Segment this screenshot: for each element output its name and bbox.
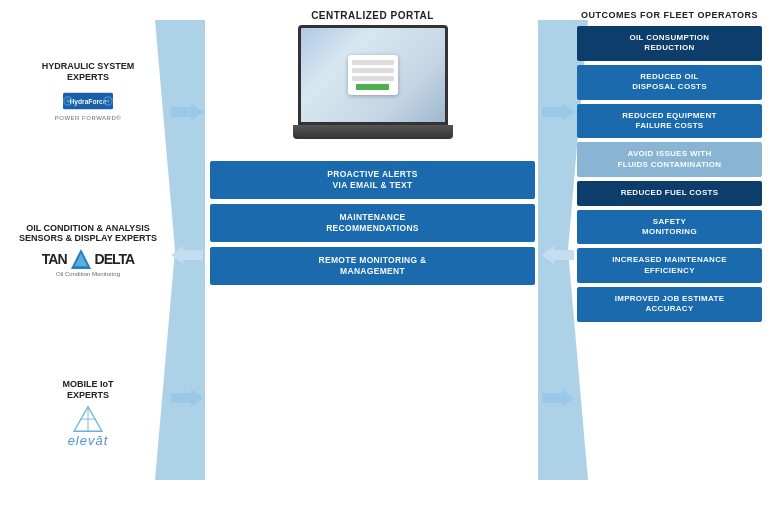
svg-point-5 — [66, 99, 69, 102]
elevat-expert-title: MOBILE IoT EXPERTS — [63, 379, 114, 401]
right-box-oil-consumption: OIL CONSUMPTIONREDUCTION — [577, 26, 762, 61]
arrow-left-mid — [171, 246, 203, 264]
tandelta-expert-section: OIL CONDITION & ANALYSIS SENSORS & DISPL… — [13, 223, 163, 278]
arrows-left-group — [168, 10, 206, 499]
hydraulic-expert-title: HYDRAULIC SYSTEM EXPERTS — [42, 61, 135, 83]
screen-form — [348, 55, 398, 95]
elevat-pyramid-icon — [70, 405, 106, 433]
laptop-display — [293, 25, 453, 155]
right-box-fuel-costs: REDUCED FUEL COSTS — [577, 181, 762, 205]
svg-marker-17 — [542, 246, 574, 264]
svg-text:HydraForce: HydraForce — [69, 97, 106, 105]
hydraforce-sub-text: POWER FORWARD® — [55, 115, 121, 121]
svg-marker-15 — [171, 389, 203, 407]
tandelta-wordmark2: DELTA — [95, 251, 135, 267]
elevat-expert-section: MOBILE IoT EXPERTS elevāt — [13, 379, 163, 448]
arrow-right-r1 — [542, 103, 574, 121]
center-column: CENTRALIZED PORTAL PROACTIVE ALERTS VIA … — [206, 10, 539, 499]
svg-marker-13 — [171, 103, 203, 121]
elevat-text: elevāt — [68, 433, 109, 448]
tandelta-logo: TAN DELTA Oil Condition Monitoring — [42, 248, 134, 277]
right-box-job-estimate: IMPROVED JOB ESTIMATEACCURACY — [577, 287, 762, 322]
tandelta-sub-text: Oil Condition Monitoring — [56, 271, 120, 277]
tandelta-expert-title: OIL CONDITION & ANALYSIS SENSORS & DISPL… — [19, 223, 157, 245]
svg-marker-18 — [542, 389, 574, 407]
arrow-right-bottom — [171, 389, 203, 407]
center-box-remote: REMOTE MONITORING & MANAGEMENT — [210, 247, 535, 285]
hydraforce-icon: HydraForce — [63, 87, 113, 115]
center-boxes-list: PROACTIVE ALERTS VIA EMAIL & TEXT MAINTE… — [210, 161, 535, 285]
center-box-proactive: PROACTIVE ALERTS VIA EMAIL & TEXT — [210, 161, 535, 199]
right-box-maintenance-efficiency: INCREASED MAINTENANCEEFFICIENCY — [577, 248, 762, 283]
main-layout: HYDRAULIC SYSTEM EXPERTS HydraForce POWE… — [0, 0, 770, 509]
arrow-right-r3 — [542, 389, 574, 407]
right-outcomes-column: OUTCOMES FOR FLEET OPERATORS OIL CONSUMP… — [577, 10, 762, 499]
right-box-equipment-failure: REDUCED EQUIPMENTFAILURE COSTS — [577, 104, 762, 139]
left-experts-column: HYDRAULIC SYSTEM EXPERTS HydraForce POWE… — [8, 10, 168, 499]
laptop-base — [293, 125, 453, 139]
form-button — [356, 84, 390, 90]
right-box-fluids-contamination: AVOID ISSUES WITHFLUIDS CONTAMINATION — [577, 142, 762, 177]
form-line-2 — [352, 68, 394, 73]
tandelta-triangle-icon — [70, 248, 92, 270]
hydraulic-expert-section: HYDRAULIC SYSTEM EXPERTS HydraForce POWE… — [13, 61, 163, 121]
hydraforce-logo: HydraForce POWER FORWARD® — [55, 87, 121, 121]
arrow-right-top — [171, 103, 203, 121]
form-line-1 — [352, 60, 394, 65]
arrow-left-r2 — [542, 246, 574, 264]
right-box-safety: SAFETYMONITORING — [577, 210, 762, 245]
right-boxes-list: OIL CONSUMPTIONREDUCTION REDUCED OILDISP… — [577, 26, 762, 322]
laptop-screen-content — [301, 28, 445, 122]
right-box-oil-disposal: REDUCED OILDISPOSAL COSTS — [577, 65, 762, 100]
outcomes-header: OUTCOMES FOR FLEET OPERATORS — [577, 10, 762, 20]
svg-marker-14 — [171, 246, 203, 264]
svg-marker-16 — [542, 103, 574, 121]
arrows-right-group — [539, 10, 577, 499]
elevat-logo: elevāt — [68, 405, 109, 448]
svg-point-7 — [106, 99, 109, 102]
laptop-screen — [298, 25, 448, 125]
form-line-3 — [352, 76, 394, 81]
centralized-portal-label: CENTRALIZED PORTAL — [311, 10, 434, 21]
center-box-maintenance: MAINTENANCE RECOMMENDATIONS — [210, 204, 535, 242]
tandelta-wordmark: TAN — [42, 251, 67, 267]
